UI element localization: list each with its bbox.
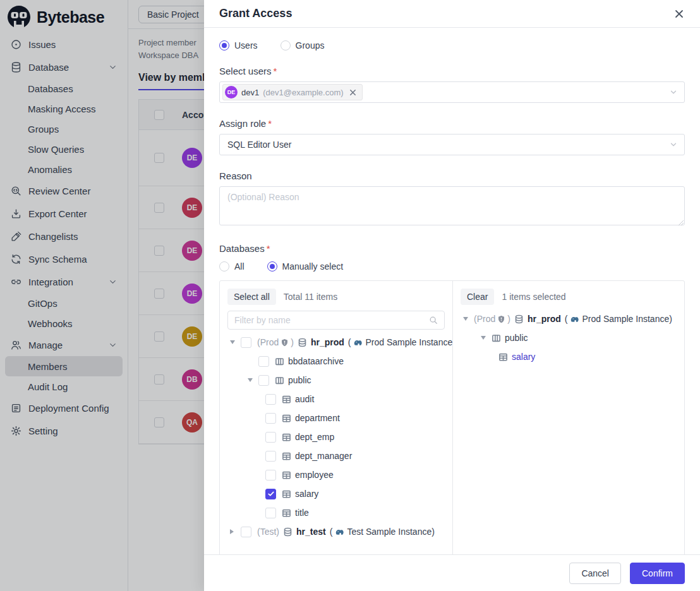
modal-header: Grant Access (204, 0, 700, 28)
tree-node-label: employee (295, 470, 334, 480)
confirm-button[interactable]: Confirm (630, 563, 685, 584)
tree-node-public[interactable]: public (461, 328, 677, 347)
tree-checkbox-dept_manager[interactable] (265, 451, 276, 462)
modal-body: Users Groups Select users* DE dev1 (dev1… (204, 28, 700, 554)
instance-label: (Test Sample Instance) (330, 527, 435, 537)
tree-node-hr_prod[interactable]: (Prod)hr_prod(Prod Sample Instance) (461, 309, 677, 328)
selected-tree: (Prod)hr_prod(Prod Sample Instance)publi… (461, 309, 677, 366)
modal-footer: Cancel Confirm (204, 554, 700, 591)
tree-node-salary[interactable]: salary (461, 347, 677, 366)
reason-label: Reason (219, 170, 685, 181)
transfer-selected-pane: Clear 1 items selected (Prod)hr_prod(Pro… (453, 281, 684, 554)
chevron-down-icon (669, 88, 678, 97)
tree-checkbox-salary[interactable] (265, 489, 276, 499)
radio-all-control[interactable] (219, 261, 229, 272)
caret-right-icon[interactable] (230, 529, 241, 534)
tree-checkbox-title[interactable] (265, 508, 276, 518)
databases-scope-radios: All Manually select (219, 261, 685, 272)
tree-checkbox-hr_test[interactable] (241, 527, 251, 537)
search-icon (429, 316, 438, 325)
tree-node-salary[interactable]: salary (227, 484, 445, 503)
tree-node-bbdataarchive[interactable]: bbdataarchive (227, 352, 445, 371)
select-users-label: Select users* (219, 66, 685, 76)
caret-down-icon[interactable] (230, 340, 241, 344)
radio-users-label: Users (234, 40, 258, 51)
radio-users[interactable]: Users (219, 40, 258, 51)
radio-manually-select[interactable]: Manually select (267, 261, 344, 272)
grant-access-modal: Grant Access Users Groups Select users* (204, 0, 700, 591)
filter-input[interactable] (234, 315, 424, 325)
database-transfer: Select all Total 11 items (Prod)hr_prod(… (219, 280, 685, 554)
database-icon (298, 338, 307, 347)
tree-checkbox-department[interactable] (265, 413, 276, 424)
instance-label: (Prod Sample Instance (348, 337, 452, 347)
cancel-button[interactable]: Cancel (569, 563, 621, 584)
table-icon (282, 489, 291, 499)
selected-items-count: 1 items selected (502, 292, 565, 302)
tree-node-audit[interactable]: audit (227, 390, 445, 409)
database-icon (283, 527, 293, 537)
environment-label: (Prod) (474, 314, 510, 324)
clear-button[interactable]: Clear (461, 289, 494, 305)
schema-icon (275, 376, 284, 385)
environment-label: (Test) (257, 527, 279, 537)
role-select[interactable]: SQL Editor User (219, 134, 685, 155)
tree-checkbox-hr_prod[interactable] (241, 337, 251, 348)
remove-user-icon[interactable] (349, 88, 357, 97)
users-multiselect[interactable]: DE dev1 (dev1@example.com) (219, 81, 685, 103)
table-icon (282, 470, 291, 480)
radio-groups[interactable]: Groups (281, 40, 325, 51)
tree-checkbox-bbdataarchive[interactable] (258, 356, 269, 367)
tree-node-employee[interactable]: employee (227, 465, 445, 484)
close-icon[interactable] (672, 7, 686, 21)
tree-checkbox-employee[interactable] (265, 470, 276, 481)
caret-down-icon[interactable] (481, 336, 492, 340)
table-icon (282, 433, 291, 442)
database-icon (514, 314, 524, 324)
radio-users-control[interactable] (219, 40, 229, 51)
tree-node-dept_emp[interactable]: dept_emp (227, 427, 445, 446)
radio-groups-label: Groups (296, 40, 325, 51)
required-asterisk: * (268, 118, 272, 129)
radio-manual-control[interactable] (267, 261, 277, 272)
tree-checkbox-dept_emp[interactable] (265, 432, 276, 443)
radio-groups-control[interactable] (281, 40, 291, 51)
tree-checkbox-audit[interactable] (265, 394, 276, 405)
assign-role-label: Assign role* (219, 118, 685, 129)
tree-node-label: bbdataarchive (288, 356, 344, 366)
transfer-source-pane: Select all Total 11 items (Prod)hr_prod(… (220, 281, 453, 554)
tree-node-title[interactable]: title (227, 503, 445, 522)
tree-node-hr_test[interactable]: (Test)hr_test(Test Sample Instance) (227, 522, 445, 541)
tree-checkbox-public[interactable] (258, 375, 269, 386)
tree-node-label: audit (295, 394, 314, 404)
tree-node-label: public (288, 375, 311, 385)
postgres-icon (335, 527, 344, 537)
tree-node-label: salary (512, 352, 535, 362)
selected-user-tag: DE dev1 (dev1@example.com) (222, 84, 363, 100)
tree-node-public[interactable]: public (227, 371, 445, 390)
required-asterisk: * (274, 66, 277, 76)
reason-textarea[interactable] (219, 186, 685, 225)
source-tree: (Prod)hr_prod(Prod Sample Instancebbdata… (227, 333, 445, 541)
tree-node-label: dept_emp (295, 432, 334, 442)
tree-node-label: hr_prod (311, 337, 344, 347)
tree-node-department[interactable]: department (227, 409, 445, 427)
postgres-icon (353, 338, 363, 347)
role-select-value: SQL Editor User (222, 140, 291, 150)
avatar: DE (225, 86, 238, 98)
tree-node-label: title (295, 508, 309, 518)
caret-down-icon[interactable] (463, 317, 474, 321)
caret-down-icon[interactable] (248, 378, 258, 382)
table-icon (282, 395, 291, 404)
app-root: Bytebase IssuesDatabaseDatabasesMasking … (0, 0, 700, 591)
tree-node-dept_manager[interactable]: dept_manager (227, 446, 445, 465)
databases-label: Databases* (219, 243, 685, 254)
chevron-down-icon (669, 140, 678, 149)
tree-node-hr_prod[interactable]: (Prod)hr_prod(Prod Sample Instance (227, 333, 445, 352)
environment-label: (Prod) (257, 337, 294, 347)
select-all-button[interactable]: Select all (227, 289, 276, 305)
schema-icon (275, 357, 284, 366)
tree-filter (227, 311, 445, 330)
table-icon (282, 508, 291, 518)
radio-all-databases[interactable]: All (219, 261, 244, 272)
